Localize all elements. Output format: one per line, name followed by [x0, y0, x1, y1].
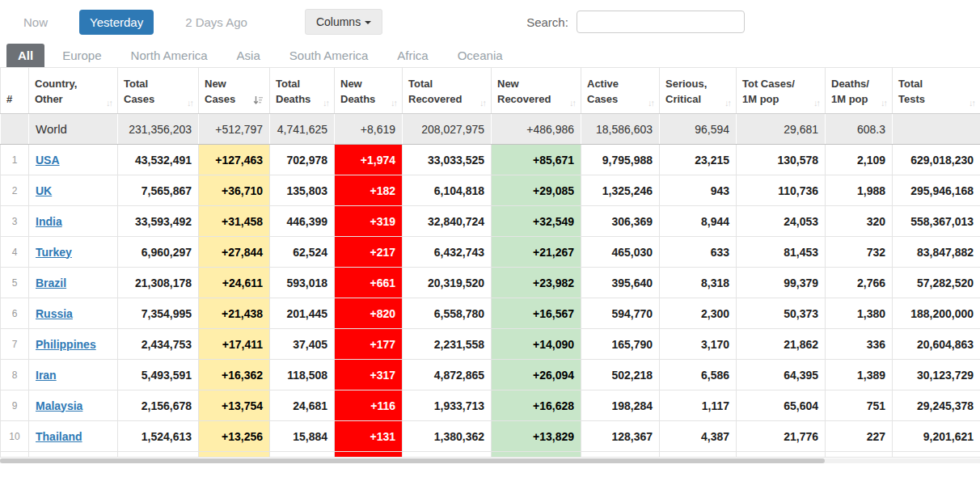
- cell-serious_critical: 8,318: [660, 268, 737, 298]
- column-header-total_recovered[interactable]: TotalRecovered↓↑: [403, 68, 492, 114]
- cell-country: [29, 452, 118, 458]
- cell-serious_critical: 8,944: [660, 206, 737, 237]
- search-group: Search:: [526, 11, 745, 33]
- cell-rank: 5: [1, 268, 29, 298]
- cell-total_tests: [893, 452, 980, 458]
- tab-asia[interactable]: Asia: [226, 44, 272, 67]
- cell-total_deaths: 37,405: [270, 329, 335, 360]
- cell-deaths_1m: 608.3: [826, 114, 893, 145]
- tab-all[interactable]: All: [6, 44, 44, 67]
- cell-total_tests: 629,018,230: [893, 145, 980, 175]
- cell-deaths_1m: 1,389: [826, 360, 893, 390]
- tab-oceania[interactable]: Oceania: [446, 44, 514, 67]
- column-header-new_cases[interactable]: NewCases: [199, 68, 270, 114]
- yesterday-button[interactable]: Yesterday: [79, 10, 154, 35]
- cell-rank: 3: [1, 206, 29, 237]
- cell-new_cases: +127,463: [199, 145, 270, 175]
- country-link[interactable]: USA: [36, 154, 60, 167]
- cell-serious_critical: 23,215: [660, 145, 737, 175]
- country-link[interactable]: UK: [36, 184, 52, 197]
- cell-country: Iran: [29, 360, 118, 390]
- columns-dropdown-button[interactable]: Columns: [305, 9, 382, 35]
- column-header-new_deaths[interactable]: NewDeaths↓↑: [335, 68, 403, 114]
- column-header-active_cases[interactable]: ActiveCases↓↑: [581, 68, 660, 114]
- cell-country: Brazil: [29, 268, 118, 298]
- cell-total_deaths: 4,741,625: [270, 114, 335, 145]
- cell-tot_cases_1m: [737, 452, 826, 458]
- cell-country: Russia: [29, 298, 118, 329]
- country-link[interactable]: India: [36, 215, 62, 228]
- cell-new_cases: +24,611: [199, 268, 270, 298]
- cell-active_cases: 18,586,603: [581, 114, 660, 145]
- cell-total_tests: 83,847,882: [893, 237, 980, 268]
- cell-new_recovered: +14,090: [492, 329, 581, 360]
- cell-total_recovered: 6,432,743: [403, 237, 492, 268]
- sort-both-icon: ↓↑: [389, 98, 396, 108]
- cell-new_recovered: +21,267: [492, 237, 581, 268]
- cell-total_recovered: 33,033,525: [403, 145, 492, 175]
- cell-total_recovered: 208,027,975: [403, 114, 492, 145]
- cell-active_cases: 198,284: [581, 390, 660, 421]
- column-header-country[interactable]: Country,Other↓↑: [29, 68, 118, 114]
- column-header-rank[interactable]: #: [1, 68, 29, 114]
- country-link[interactable]: Turkey: [36, 246, 72, 259]
- cell-total_recovered: 1,380,362: [403, 421, 492, 452]
- cell-total_cases: 43,532,491: [118, 145, 199, 175]
- cell-tot_cases_1m: 81,453: [737, 237, 826, 268]
- cell-country: Philippines: [29, 329, 118, 360]
- country-link[interactable]: Brazil: [36, 276, 66, 289]
- cell-serious_critical: 633: [660, 237, 737, 268]
- sort-both-icon: ↓↑: [812, 98, 819, 108]
- horizontal-scrollbar-thumb[interactable]: [0, 458, 825, 463]
- cell-deaths_1m: 336: [826, 329, 893, 360]
- cell-active_cases: 1,325,246: [581, 175, 660, 206]
- cell-serious_critical: [660, 452, 737, 458]
- tab-africa[interactable]: Africa: [386, 44, 439, 67]
- cell-total_recovered: 4,872,865: [403, 360, 492, 390]
- country-link[interactable]: Russia: [36, 307, 73, 320]
- cell-new_deaths: [335, 452, 403, 458]
- now-button[interactable]: Now: [13, 10, 58, 35]
- column-header-serious_critical[interactable]: Serious,Critical↓↑: [660, 68, 737, 114]
- column-header-total_deaths[interactable]: TotalDeaths↓↑: [270, 68, 335, 114]
- country-link[interactable]: Malaysia: [36, 399, 82, 412]
- search-input[interactable]: [577, 11, 745, 33]
- column-header-tot_cases_1m[interactable]: Tot Cases/1M pop↓↑: [737, 68, 826, 114]
- cell-active_cases: 306,369: [581, 206, 660, 237]
- cell-new_recovered: +16,628: [492, 390, 581, 421]
- column-header-total_cases[interactable]: TotalCases↓↑: [118, 68, 199, 114]
- column-header-deaths_1m[interactable]: Deaths/1M pop↓↑: [826, 68, 893, 114]
- cell-deaths_1m: 2,109: [826, 145, 893, 175]
- cell-new_cases: +13,754: [199, 390, 270, 421]
- sort-both-icon: ↓↑: [723, 98, 730, 108]
- cell-active_cases: 9,795,988: [581, 145, 660, 175]
- cell-new_recovered: +13,829: [492, 421, 581, 452]
- cell-new_deaths: +182: [335, 175, 403, 206]
- cell-tot_cases_1m: 110,736: [737, 175, 826, 206]
- cell-total_deaths: [270, 452, 335, 458]
- column-header-label: Serious,Critical: [665, 77, 707, 108]
- cell-country: UK: [29, 175, 118, 206]
- cell-new_deaths: +820: [335, 298, 403, 329]
- country-link[interactable]: Philippines: [36, 338, 96, 351]
- column-header-label: NewRecovered: [497, 77, 551, 108]
- tab-south-america[interactable]: South America: [278, 44, 380, 67]
- column-header-total_tests[interactable]: TotalTests↓↑: [893, 68, 980, 114]
- two-days-ago-button[interactable]: 2 Days Ago: [175, 10, 258, 35]
- cell-total_tests: 295,946,168: [893, 175, 980, 206]
- tab-europe[interactable]: Europe: [51, 44, 112, 67]
- country-link[interactable]: Iran: [36, 369, 57, 382]
- cell-deaths_1m: 1,380: [826, 298, 893, 329]
- cell-new_deaths: +8,619: [335, 114, 403, 145]
- cell-total_recovered: [403, 452, 492, 458]
- cell-new_recovered: [492, 452, 581, 458]
- column-header-label: TotalTests: [898, 77, 925, 108]
- column-header-new_recovered[interactable]: NewRecovered↓↑: [492, 68, 581, 114]
- tab-north-america[interactable]: North America: [120, 44, 219, 67]
- country-link[interactable]: Thailand: [36, 430, 82, 443]
- cell-total_deaths: 135,803: [270, 175, 335, 206]
- cell-total_tests: 30,123,729: [893, 360, 980, 390]
- table-row: 3India33,593,492+31,458446,399+31932,840…: [1, 206, 980, 237]
- cell-total_tests: 558,367,013: [893, 206, 980, 237]
- cell-active_cases: 502,218: [581, 360, 660, 390]
